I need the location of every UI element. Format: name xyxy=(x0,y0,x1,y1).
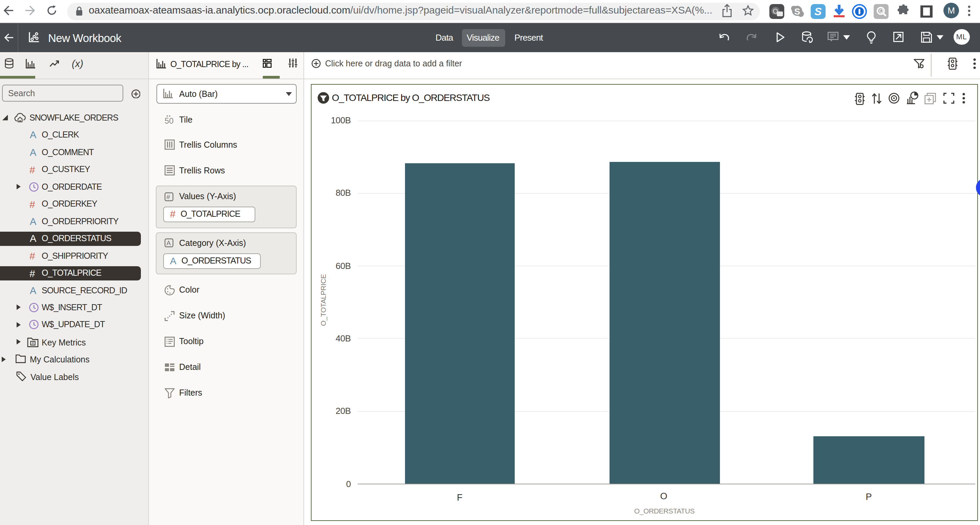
svg-text:A: A xyxy=(167,239,171,247)
svg-text:S: S xyxy=(794,6,800,16)
svg-text:#: # xyxy=(166,193,170,200)
svg-text:#: # xyxy=(32,340,34,345)
svg-text:50: 50 xyxy=(165,116,174,124)
svg-text:Q: Q xyxy=(879,8,883,14)
svg-text:S: S xyxy=(815,5,822,17)
